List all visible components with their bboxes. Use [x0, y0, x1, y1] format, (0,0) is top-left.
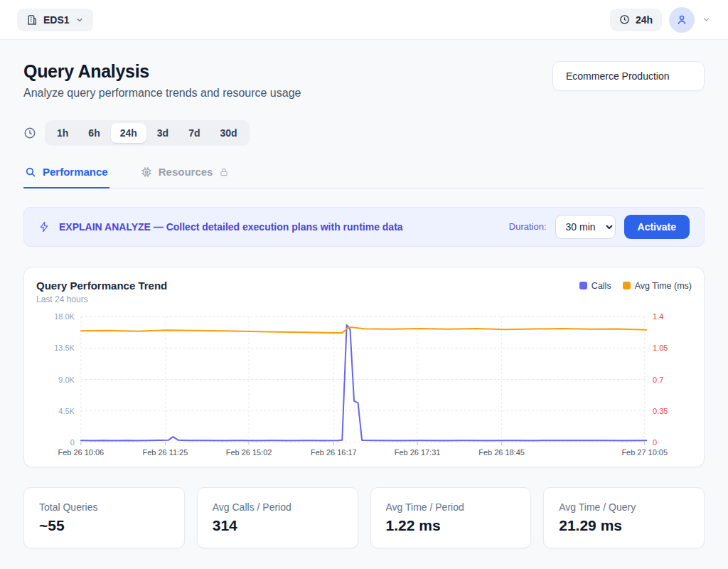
banner-text: EXPLAIN ANALYZE — Collect detailed execu… [59, 221, 403, 233]
page-title: Query Analysis [23, 61, 301, 82]
legend-label-calls: Calls [592, 281, 611, 291]
time-range-option-3d[interactable]: 3d [148, 123, 178, 143]
svg-text:1.4: 1.4 [653, 312, 663, 321]
tab-resources-label: Resources [159, 166, 213, 178]
bolt-icon [38, 221, 50, 233]
chart-titles: Query Performance Trend Last 24 hours [36, 280, 167, 304]
stat-value: 314 [213, 517, 343, 534]
legend-item-calls: Calls [579, 281, 611, 291]
svg-text:Feb 26 10:06: Feb 26 10:06 [58, 447, 105, 456]
lock-icon [219, 167, 229, 177]
time-range-option-1h[interactable]: 1h [48, 123, 77, 143]
trend-chart-svg: 04.5K9.0K13.5K18.0K00.350.71.051.4Feb 26… [36, 309, 692, 459]
chevron-down-icon[interactable] [702, 15, 711, 24]
building-icon [26, 14, 38, 26]
topbar-right: 24h [610, 7, 711, 33]
stat-label: Avg Time / Query [559, 501, 689, 513]
time-range-option-7d[interactable]: 7d [179, 123, 209, 143]
page-header: Query Analysis Analyze query performance… [23, 61, 705, 100]
stat-card-total-queries: Total Queries ~55 [23, 487, 185, 548]
stat-card-avg-time-query: Avg Time / Query 21.29 ms [543, 487, 705, 548]
activate-button[interactable]: Activate [624, 215, 690, 239]
duration-label: Duration: [509, 221, 547, 232]
org-label: EDS1 [43, 14, 70, 26]
legend-label-avg-time: Avg Time (ms) [635, 281, 692, 291]
svg-text:0.35: 0.35 [653, 406, 668, 415]
stat-label: Total Queries [39, 501, 169, 513]
avg-time-swatch [623, 282, 631, 289]
svg-text:Feb 27 10:05: Feb 27 10:05 [621, 447, 668, 456]
tab-resources[interactable]: Resources [139, 166, 231, 188]
page-header-text: Query Analysis Analyze query performance… [23, 61, 301, 100]
svg-text:0: 0 [70, 437, 75, 446]
chart-title: Query Performance Trend [36, 280, 167, 292]
topbar: EDS1 24h [0, 0, 728, 40]
svg-text:18.0K: 18.0K [54, 312, 75, 321]
banner-controls: Duration: 30 min Activate [509, 215, 690, 239]
stat-value: 21.29 ms [559, 517, 689, 534]
duration-select[interactable]: 30 min [555, 215, 616, 239]
database-selector[interactable]: Ecommerce Production [552, 61, 705, 91]
clock-icon [23, 127, 36, 139]
page-subtitle: Analyze query performance trends and res… [23, 87, 301, 100]
svg-text:9.0K: 9.0K [58, 375, 75, 383]
svg-text:Feb 26 16:17: Feb 26 16:17 [311, 447, 357, 456]
stat-value: ~55 [39, 517, 169, 534]
search-icon [25, 166, 36, 178]
svg-text:1.05: 1.05 [653, 344, 668, 352]
stat-card-avg-time-period: Avg Time / Period 1.22 ms [370, 487, 532, 548]
svg-text:Feb 26 15:02: Feb 26 15:02 [226, 447, 272, 456]
user-icon [675, 14, 688, 26]
stat-label: Avg Calls / Period [213, 501, 343, 513]
main-content: Query Analysis Analyze query performance… [0, 40, 728, 548]
svg-text:13.5K: 13.5K [54, 344, 75, 352]
time-range-selector: 1h 6h 24h 3d 7d 30d [45, 120, 250, 146]
org-switcher[interactable]: EDS1 [17, 9, 93, 31]
explain-analyze-banner: EXPLAIN ANALYZE — Collect detailed execu… [23, 207, 705, 247]
stat-label: Avg Time / Period [386, 501, 516, 513]
chip-icon [141, 166, 152, 178]
stats-grid: Total Queries ~55 Avg Calls / Period 314… [23, 487, 705, 548]
time-range-row: 1h 6h 24h 3d 7d 30d [23, 120, 705, 146]
time-range-option-24h[interactable]: 24h [111, 123, 146, 143]
stat-card-avg-calls: Avg Calls / Period 314 [197, 487, 358, 548]
chart-subtitle: Last 24 hours [36, 294, 167, 304]
calls-swatch [579, 282, 587, 289]
query-performance-trend-card: Query Performance Trend Last 24 hours Ca… [23, 267, 705, 467]
banner-left: EXPLAIN ANALYZE — Collect detailed execu… [38, 221, 403, 233]
clock-icon [619, 14, 630, 25]
tab-performance[interactable]: Performance [23, 166, 109, 188]
chart-legend: Calls Avg Time (ms) [579, 280, 692, 291]
stat-value: 1.22 ms [386, 517, 516, 534]
legend-item-avg-time: Avg Time (ms) [623, 281, 692, 291]
time-range-option-30d[interactable]: 30d [211, 123, 247, 143]
svg-text:0: 0 [653, 437, 657, 446]
svg-text:4.5K: 4.5K [58, 406, 75, 415]
tab-performance-label: Performance [43, 166, 108, 178]
chevron-down-icon [75, 16, 84, 24]
svg-text:Feb 26 11:25: Feb 26 11:25 [142, 447, 188, 456]
svg-text:0.7: 0.7 [653, 375, 663, 383]
user-avatar[interactable] [669, 7, 695, 33]
chart-header: Query Performance Trend Last 24 hours Ca… [36, 280, 692, 309]
time-badge-label: 24h [636, 14, 653, 26]
time-range-option-6h[interactable]: 6h [79, 123, 109, 143]
svg-text:Feb 26 18:45: Feb 26 18:45 [478, 447, 525, 456]
svg-text:Feb 26 17:31: Feb 26 17:31 [395, 447, 441, 456]
tab-bar: Performance Resources [23, 166, 705, 188]
time-badge-button[interactable]: 24h [610, 9, 662, 31]
